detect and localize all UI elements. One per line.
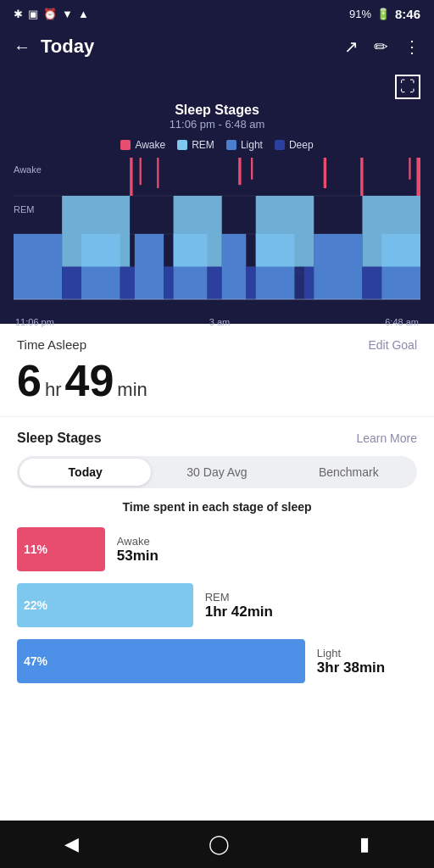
sleep-tabs: Today 30 Day Avg Benchmark xyxy=(17,456,417,488)
minutes-value: 49 xyxy=(64,359,114,403)
status-icons-right: 91% 🔋 8:46 xyxy=(349,7,420,21)
svg-rect-14 xyxy=(246,267,255,300)
time-asleep-section: Time Asleep Edit Goal 6 hr 49 min xyxy=(0,324,434,417)
legend-rem: REM xyxy=(177,139,214,151)
svg-rect-5 xyxy=(14,234,62,299)
learn-more-button[interactable]: Learn More xyxy=(356,431,417,445)
nav-square-button[interactable]: ▮ xyxy=(339,826,390,862)
chart-svg-wrap: 11:06 pm 3 am 6:48 am xyxy=(14,158,420,310)
sleep-chart-section: ⛶ Sleep Stages 11:06 pm - 6:48 am Awake … xyxy=(0,66,434,324)
more-options-icon[interactable]: ⋮ xyxy=(403,36,420,57)
x-label-end: 6:48 am xyxy=(385,317,419,327)
edit-icon[interactable]: ✏ xyxy=(374,36,388,57)
stage-row-rem: 22% REM 1hr 42min xyxy=(17,583,417,627)
legend-deep-dot xyxy=(275,140,285,150)
svg-rect-18 xyxy=(362,267,381,300)
svg-rect-30 xyxy=(360,158,363,196)
battery-icon: 🔋 xyxy=(376,8,390,20)
chart-subtitle: 11:06 pm - 6:48 am xyxy=(14,118,420,131)
awake-stage-time: 53min xyxy=(117,548,159,565)
legend-awake: Awake xyxy=(120,139,165,151)
legend-rem-label: REM xyxy=(192,139,214,151)
svg-rect-17 xyxy=(314,234,362,299)
back-button[interactable]: ← xyxy=(14,37,31,57)
sleep-stages-label: Sleep Stages xyxy=(17,431,102,446)
main-content: Time Asleep Edit Goal 6 hr 49 min Sleep … xyxy=(0,324,434,704)
top-nav: ← Today ↗ ✏ ⋮ xyxy=(0,27,434,66)
nav-home-button[interactable]: ◯ xyxy=(188,826,250,862)
x-label-mid: 3 am xyxy=(209,317,230,327)
chart-title: Sleep Stages xyxy=(14,103,420,118)
svg-rect-21 xyxy=(174,196,222,267)
nav-back-button[interactable]: ◀ xyxy=(44,826,99,862)
edit-goal-button[interactable]: Edit Goal xyxy=(368,338,417,352)
svg-rect-26 xyxy=(157,158,159,188)
signal-icon: ▲ xyxy=(78,8,89,20)
svg-rect-16 xyxy=(304,267,314,300)
time-asleep-label: Time Asleep xyxy=(17,337,86,352)
legend-deep-label: Deep xyxy=(289,139,314,151)
svg-rect-8 xyxy=(120,267,135,300)
top-nav-right: ↗ ✏ ⋮ xyxy=(344,36,420,57)
rem-pct: 22% xyxy=(24,598,47,612)
top-nav-left: ← Today xyxy=(14,36,94,58)
chart-x-labels: 11:06 pm 3 am 6:48 am xyxy=(14,317,420,327)
svg-rect-20 xyxy=(62,196,130,267)
legend-light: Light xyxy=(226,139,263,151)
minutes-label: min xyxy=(117,379,147,401)
chart-legend: Awake REM Light Deep xyxy=(14,139,420,151)
page-title: Today xyxy=(41,36,94,58)
svg-rect-9 xyxy=(135,234,164,299)
sleep-stages-header: Sleep Stages Learn More xyxy=(17,431,417,446)
svg-rect-22 xyxy=(256,196,314,267)
time-display: 6 hr 49 min xyxy=(17,359,417,403)
light-bar-fill xyxy=(17,639,305,683)
hours-value: 6 xyxy=(17,359,42,403)
light-stage-time: 3hr 38min xyxy=(317,659,385,676)
sleep-chart-svg xyxy=(14,158,420,310)
tab-benchmark[interactable]: Benchmark xyxy=(283,459,415,486)
legend-rem-dot xyxy=(177,140,187,150)
stage-row-awake: 11% Awake 53min xyxy=(17,527,417,571)
svg-rect-32 xyxy=(409,158,410,180)
svg-rect-28 xyxy=(251,158,253,180)
legend-light-label: Light xyxy=(241,139,263,151)
svg-rect-29 xyxy=(324,158,326,188)
svg-rect-12 xyxy=(208,267,222,300)
stage-row-light: 47% Light 3hr 38min xyxy=(17,639,417,683)
svg-rect-27 xyxy=(238,158,241,185)
svg-rect-25 xyxy=(140,158,142,185)
share-icon[interactable]: ↗ xyxy=(344,36,359,57)
legend-deep: Deep xyxy=(275,139,314,151)
status-time: 8:46 xyxy=(395,7,420,21)
stage-bar-rem: 22% xyxy=(17,583,193,627)
svg-rect-13 xyxy=(222,234,247,299)
wifi-icon: ▼ xyxy=(62,8,73,20)
stage-bar-light: 47% xyxy=(17,639,305,683)
alarm-icon: ⏰ xyxy=(43,8,57,20)
x-label-start: 11:06 pm xyxy=(15,317,54,327)
tab-30day[interactable]: 30 Day Avg xyxy=(151,459,282,486)
legend-awake-dot xyxy=(120,140,131,150)
svg-rect-23 xyxy=(362,196,420,267)
rem-stage-time: 1hr 42min xyxy=(205,604,273,620)
vibrate-icon: ▣ xyxy=(28,8,38,20)
awake-stage-name: Awake xyxy=(117,535,159,548)
awake-pct: 11% xyxy=(24,542,47,556)
stage-bar-awake: 11% xyxy=(17,527,105,571)
legend-light-dot xyxy=(226,140,236,150)
expand-icon[interactable]: ⛶ xyxy=(395,75,420,99)
time-asleep-header: Time Asleep Edit Goal xyxy=(17,337,417,352)
battery-pct: 91% xyxy=(349,8,371,20)
svg-rect-31 xyxy=(416,158,420,196)
rem-stage-name: REM xyxy=(205,591,273,604)
tab-today[interactable]: Today xyxy=(19,459,151,486)
status-bar: ✱ ▣ ⏰ ▼ ▲ 91% 🔋 8:46 xyxy=(0,0,434,27)
hours-label: hr xyxy=(45,379,62,401)
legend-awake-label: Awake xyxy=(135,139,165,151)
svg-rect-6 xyxy=(62,267,81,300)
bottom-spacer xyxy=(0,704,434,751)
chart-wrapper: Awake REM Light Deep xyxy=(14,158,420,310)
awake-info: Awake 53min xyxy=(105,535,159,565)
expand-button-wrap: ⛶ xyxy=(14,75,420,99)
